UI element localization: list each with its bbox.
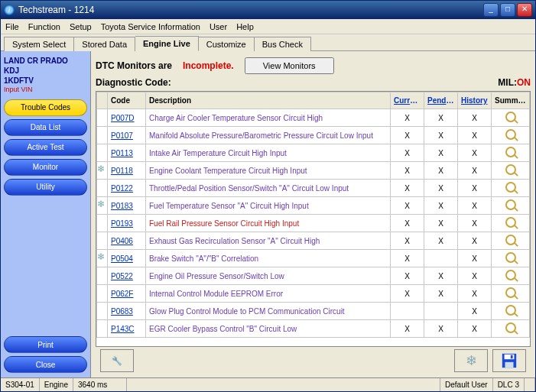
- dtc-code-link[interactable]: P0118: [111, 167, 133, 175]
- view-monitors-button[interactable]: View Monitors: [245, 57, 334, 74]
- monitor-button[interactable]: Monitor: [4, 159, 87, 176]
- maximize-button[interactable]: □: [500, 3, 515, 17]
- menu-file[interactable]: File: [5, 22, 19, 31]
- row-pending: X: [424, 215, 458, 232]
- tab-system-select[interactable]: System Select: [4, 37, 74, 51]
- table-row[interactable]: P0113Intake Air Temperature Circuit High…: [97, 144, 530, 162]
- table-row[interactable]: P007DCharge Air Cooler Temperature Senso…: [97, 109, 530, 127]
- tab-bus-check[interactable]: Bus Check: [255, 37, 311, 51]
- dtc-code-link[interactable]: P0406: [111, 237, 133, 245]
- row-current: X: [391, 232, 424, 250]
- col-pending[interactable]: Pending: [424, 92, 458, 109]
- sidebar: LAND CR PRADO KDJ 1KDFTV Input VIN Troub…: [1, 51, 91, 377]
- row-summary[interactable]: [492, 320, 530, 338]
- row-summary[interactable]: [492, 144, 530, 162]
- row-code: P0118: [108, 162, 146, 180]
- row-current: X: [391, 267, 424, 285]
- row-current: X: [391, 215, 424, 232]
- row-code: P0122: [108, 180, 146, 197]
- row-summary[interactable]: [492, 232, 530, 250]
- row-summary[interactable]: [492, 267, 530, 285]
- utility-button[interactable]: Utility: [4, 179, 87, 196]
- dtc-code-link[interactable]: P0683: [111, 307, 133, 316]
- trouble-codes-button[interactable]: Trouble Codes: [4, 99, 87, 116]
- table-row[interactable]: P0107Manifold Absolute Pressure/Barometr…: [97, 127, 530, 144]
- menu-setup[interactable]: Setup: [70, 22, 92, 31]
- data-list-button[interactable]: Data List: [4, 119, 87, 136]
- row-description: Glow Plug Control Module to PCM Communic…: [146, 303, 391, 320]
- freeze-button[interactable]: ❄: [454, 349, 488, 372]
- save-button[interactable]: [492, 349, 526, 372]
- print-button[interactable]: Print: [4, 336, 87, 353]
- menu-help[interactable]: Help: [236, 22, 254, 31]
- app-icon: i: [4, 5, 15, 15]
- table-row[interactable]: P0504Brake Switch "A"/"B" CorrelationXX: [97, 250, 530, 267]
- row-summary[interactable]: [492, 180, 530, 197]
- dtc-code-link[interactable]: P0504: [111, 254, 133, 263]
- tool-button[interactable]: 🔧: [100, 349, 134, 372]
- row-pending: [424, 250, 458, 267]
- row-current: X: [391, 109, 424, 127]
- table-row[interactable]: P0118Engine Coolant Temperature Circuit …: [97, 162, 530, 180]
- table-row[interactable]: P0193Fuel Rail Pressure Sensor Circuit H…: [97, 215, 530, 232]
- dtc-table-container[interactable]: Code Description Current Pending History…: [96, 91, 531, 347]
- table-row[interactable]: P143CEGR Cooler Bypass Control "B" Circu…: [97, 320, 530, 338]
- row-pending: X: [424, 109, 458, 127]
- row-flag: [97, 109, 108, 127]
- dtc-code-link[interactable]: P0183: [111, 202, 133, 210]
- tab-stored-data[interactable]: Stored Data: [74, 37, 135, 51]
- row-history: X: [458, 232, 492, 250]
- row-code: P0193: [108, 215, 146, 232]
- mil-status: MIL:ON: [498, 77, 531, 88]
- row-pending: X: [424, 162, 458, 180]
- tabbar: System Select Stored Data Engine Live Cu…: [1, 34, 535, 51]
- dtc-code-link[interactable]: P0522: [111, 272, 133, 280]
- close-window-button[interactable]: ✕: [517, 3, 532, 17]
- row-summary[interactable]: [492, 285, 530, 303]
- row-summary[interactable]: [492, 303, 530, 320]
- tab-engine-live[interactable]: Engine Live: [135, 36, 199, 51]
- dtc-code-link[interactable]: P143C: [111, 325, 135, 333]
- row-description: Exhaust Gas Recirculation Sensor "A" Cir…: [146, 232, 391, 250]
- row-flag: [97, 162, 108, 180]
- col-current[interactable]: Current: [391, 92, 424, 109]
- row-summary[interactable]: [492, 162, 530, 180]
- table-row[interactable]: P0183Fuel Temperature Sensor "A" Circuit…: [97, 197, 530, 215]
- menu-function[interactable]: Function: [28, 22, 60, 31]
- input-vin-link[interactable]: Input VIN: [4, 86, 87, 95]
- row-summary[interactable]: [492, 215, 530, 232]
- magnify-icon: [505, 287, 516, 298]
- magnify-icon: [505, 164, 516, 175]
- table-row[interactable]: P0406Exhaust Gas Recirculation Sensor "A…: [97, 232, 530, 250]
- dtc-code-link[interactable]: P0193: [111, 219, 133, 228]
- table-row[interactable]: P0122Throttle/Pedal Position Sensor/Swit…: [97, 180, 530, 197]
- dtc-code-link[interactable]: P0122: [111, 184, 133, 193]
- dtc-code-link[interactable]: P0113: [111, 149, 133, 157]
- row-pending: X: [424, 232, 458, 250]
- col-history[interactable]: History: [458, 92, 492, 109]
- dtc-code-link[interactable]: P0107: [111, 131, 133, 140]
- row-flag: [97, 232, 108, 250]
- menu-user[interactable]: User: [210, 22, 227, 31]
- row-code: P0683: [108, 303, 146, 320]
- dtc-code-link[interactable]: P007D: [111, 114, 135, 122]
- menu-tsi[interactable]: Toyota Service Information: [101, 22, 200, 31]
- row-description: EGR Cooler Bypass Control "B" Circuit Lo…: [146, 320, 391, 338]
- row-summary[interactable]: [492, 109, 530, 127]
- row-current: X: [391, 127, 424, 144]
- table-row[interactable]: P0683Glow Plug Control Module to PCM Com…: [97, 303, 530, 320]
- row-summary[interactable]: [492, 250, 530, 267]
- row-summary[interactable]: [492, 127, 530, 144]
- row-flag: [97, 144, 108, 162]
- table-row[interactable]: P062FInternal Control Module EEPROM Erro…: [97, 285, 530, 303]
- active-test-button[interactable]: Active Test: [4, 139, 87, 156]
- table-row[interactable]: P0522Engine Oil Pressure Sensor/Switch L…: [97, 267, 530, 285]
- close-button[interactable]: Close: [4, 356, 87, 373]
- row-summary[interactable]: [492, 197, 530, 215]
- vehicle-line1: LAND CR PRADO: [4, 56, 87, 66]
- minimize-button[interactable]: _: [483, 3, 499, 17]
- tab-customize[interactable]: Customize: [199, 37, 255, 51]
- vehicle-line2: KDJ: [4, 66, 87, 76]
- vehicle-info: LAND CR PRADO KDJ 1KDFTV Input VIN: [4, 56, 87, 95]
- dtc-code-link[interactable]: P062F: [111, 290, 133, 298]
